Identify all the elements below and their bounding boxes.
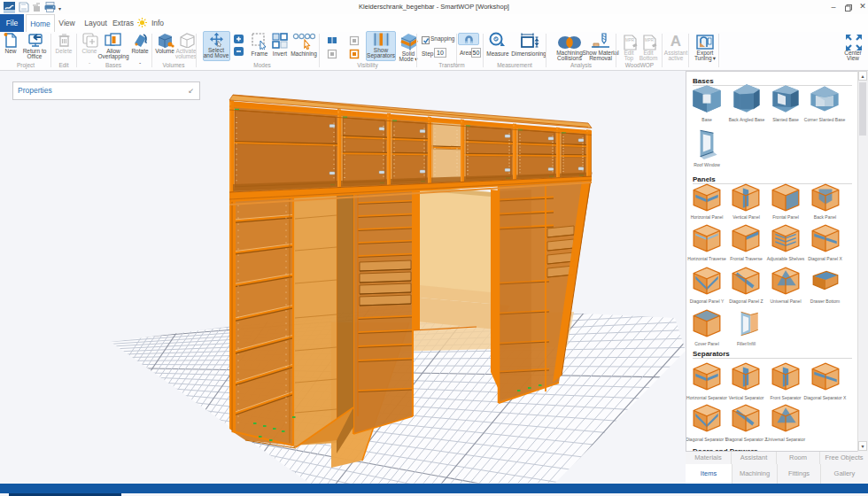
svg-text:MPR: MPR (645, 38, 655, 43)
svg-text:S: S (494, 36, 498, 42)
svg-text:MPR: MPR (625, 38, 635, 43)
svg-text:A: A (670, 33, 681, 50)
